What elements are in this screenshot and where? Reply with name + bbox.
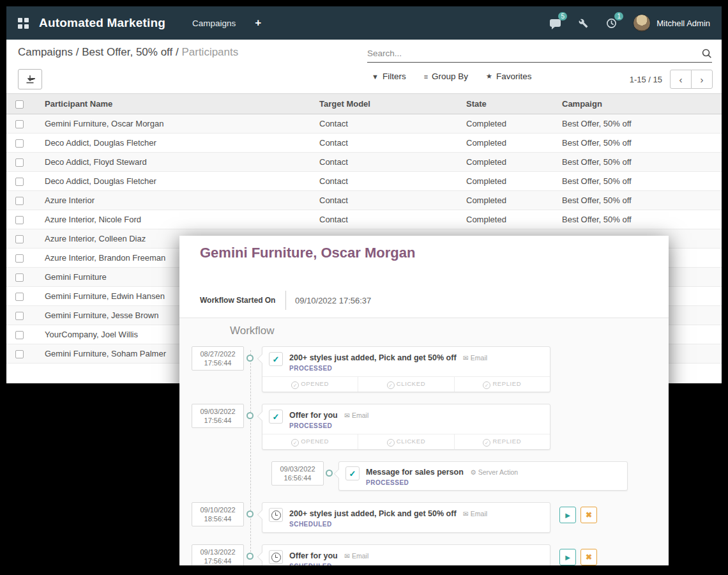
- messages-icon[interactable]: 5: [549, 17, 561, 29]
- row-checkbox-cell: [6, 191, 32, 210]
- column-target-model[interactable]: Target Model: [307, 94, 453, 114]
- activity-status: PROCESSED: [289, 365, 487, 372]
- breadcrumb-item: Participants: [181, 46, 238, 58]
- cell-campaign[interactable]: Best Offer, 50% off: [549, 172, 722, 191]
- cell-participant-name[interactable]: Azure Interior: [32, 191, 307, 210]
- activity-date: 09/03/2022: [272, 464, 323, 473]
- cancel-activity-button[interactable]: ✖: [580, 549, 597, 565]
- cell-state[interactable]: Completed: [453, 114, 549, 134]
- check-circle-icon: ✓: [483, 381, 490, 389]
- cell-target-model[interactable]: Contact: [307, 114, 453, 134]
- activity-status: PROCESSED: [366, 479, 518, 486]
- row-checkbox[interactable]: [15, 331, 24, 339]
- breadcrumb-item[interactable]: Campaigns: [18, 46, 73, 58]
- search-input[interactable]: [367, 49, 701, 58]
- cell-target-model[interactable]: Contact: [307, 210, 453, 229]
- activities-clock-icon[interactable]: 1: [605, 17, 618, 29]
- footer-stat-opened: ✓OPENED: [262, 434, 358, 449]
- group-by-label: Group By: [432, 72, 468, 81]
- row-checkbox[interactable]: [15, 350, 24, 358]
- processed-check-icon: ✓: [345, 466, 360, 480]
- run-now-button[interactable]: ▶: [559, 549, 576, 565]
- cell-target-model[interactable]: Contact: [307, 191, 453, 210]
- debug-wrench-icon[interactable]: [577, 17, 589, 29]
- user-menu[interactable]: Mitchell Admin: [633, 14, 710, 32]
- nav-menu-campaigns[interactable]: Campaigns: [192, 19, 236, 28]
- activity-title: Offer for you: [289, 551, 338, 560]
- row-checkbox[interactable]: [15, 197, 24, 205]
- row-checkbox[interactable]: [15, 120, 24, 128]
- table-row[interactable]: Deco Addict, Douglas Fletcher Contact Co…: [6, 134, 722, 153]
- row-checkbox[interactable]: [15, 235, 24, 243]
- messages-badge: 5: [558, 12, 567, 20]
- cell-participant-name[interactable]: Deco Addict, Douglas Fletcher: [32, 134, 307, 153]
- column-campaign[interactable]: Campaign: [549, 94, 722, 114]
- user-name: Mitchell Admin: [656, 19, 710, 28]
- row-checkbox[interactable]: [15, 273, 24, 282]
- cell-state[interactable]: Completed: [453, 210, 549, 229]
- cell-campaign[interactable]: Best Offer, 50% off: [549, 114, 722, 134]
- cell-state[interactable]: Completed: [453, 191, 549, 210]
- activity-stats-footer: ✓OPENED✓CLICKED✓REPLIED: [262, 434, 550, 449]
- activity-card: Offer for you ✉Email SCHEDULED: [262, 544, 550, 565]
- row-checkbox[interactable]: [15, 178, 24, 186]
- table-row[interactable]: Azure Interior Contact Completed Best Of…: [6, 191, 722, 210]
- cell-state[interactable]: Completed: [453, 134, 549, 153]
- cell-target-model[interactable]: Contact: [307, 153, 453, 172]
- activity-time: 18:56:44: [192, 514, 243, 523]
- row-checkbox[interactable]: [15, 158, 24, 167]
- row-checkbox[interactable]: [15, 216, 24, 224]
- favorites-button[interactable]: ★ Favorites: [486, 72, 531, 81]
- pager-next-button[interactable]: ›: [691, 70, 713, 89]
- breadcrumb-item[interactable]: Best Offer, 50% off: [82, 46, 172, 58]
- group-by-button[interactable]: ≡ Group By: [424, 72, 468, 81]
- row-checkbox-cell: [6, 344, 32, 364]
- cell-participant-name[interactable]: Deco Addict, Floyd Steward: [32, 153, 307, 172]
- table-row[interactable]: Deco Addict, Floyd Steward Contact Compl…: [6, 153, 722, 172]
- export-button[interactable]: [18, 69, 42, 89]
- row-checkbox[interactable]: [15, 139, 24, 148]
- cell-state[interactable]: Completed: [453, 172, 549, 191]
- footer-stat-replied: ✓REPLIED: [454, 377, 550, 392]
- cancel-activity-button[interactable]: ✖: [580, 507, 597, 523]
- activity-actions: ▶✖: [559, 507, 597, 523]
- apps-menu-icon[interactable]: [18, 18, 29, 29]
- activity-title: Offer for you: [289, 411, 338, 420]
- search-icon[interactable]: [701, 48, 712, 59]
- run-now-button[interactable]: ▶: [559, 507, 576, 523]
- cell-campaign[interactable]: Best Offer, 50% off: [549, 210, 722, 229]
- select-all-checkbox[interactable]: [15, 100, 24, 109]
- activity-kind-label: Email: [352, 411, 368, 419]
- table-row[interactable]: Gemini Furniture, Oscar Morgan Contact C…: [6, 114, 722, 134]
- cell-state[interactable]: Completed: [453, 153, 549, 172]
- activity-title: Message for sales person: [366, 468, 464, 477]
- cell-participant-name[interactable]: Gemini Furniture, Oscar Morgan: [32, 114, 307, 134]
- cell-campaign[interactable]: Best Offer, 50% off: [549, 134, 722, 153]
- pager-prev-button[interactable]: ‹: [670, 70, 692, 89]
- breadcrumb-separator: /: [172, 46, 181, 58]
- cell-campaign[interactable]: Best Offer, 50% off: [549, 191, 722, 210]
- activity-date-box: 09/03/2022 17:56:44: [192, 404, 244, 428]
- cell-target-model[interactable]: Contact: [307, 134, 453, 153]
- cell-campaign[interactable]: Best Offer, 50% off: [549, 153, 722, 172]
- filters-button[interactable]: ▼ Filters: [372, 72, 406, 81]
- table-row[interactable]: Azure Interior, Nicole Ford Contact Comp…: [6, 210, 722, 229]
- row-checkbox[interactable]: [15, 312, 24, 320]
- cell-target-model[interactable]: Contact: [307, 172, 453, 191]
- cell-participant-name[interactable]: Azure Interior, Nicole Ford: [32, 210, 307, 229]
- row-checkbox-cell: [6, 306, 32, 325]
- row-checkbox[interactable]: [15, 293, 24, 301]
- activity-title: 200+ styles just added, Pick and get 50%…: [289, 509, 457, 518]
- row-checkbox-cell: [6, 325, 32, 344]
- table-row[interactable]: Deco Addict, Douglas Fletcher Contact Co…: [6, 172, 722, 191]
- cell-participant-name[interactable]: Deco Addict, Douglas Fletcher: [32, 172, 307, 191]
- column-state[interactable]: State: [453, 94, 549, 114]
- row-checkbox[interactable]: [15, 254, 24, 263]
- nav-plus-button[interactable]: +: [255, 17, 261, 29]
- column-participant-name[interactable]: Participant Name: [32, 94, 307, 114]
- activity-kind-icon: ✉: [463, 354, 469, 362]
- activity-kind-icon: ✉: [344, 411, 350, 419]
- star-icon: ★: [486, 72, 492, 80]
- activity-kind: ✉Email: [463, 510, 487, 518]
- activity-status: SCHEDULED: [289, 563, 368, 565]
